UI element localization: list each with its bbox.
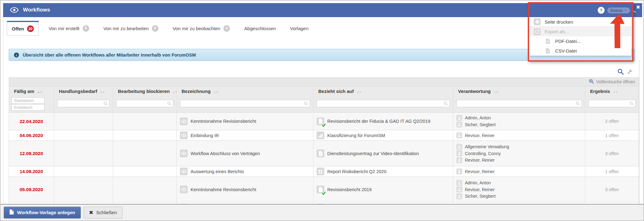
responsible-name: Admin, Anton [465, 180, 491, 185]
close-button[interactable]: ✖ Schließen [84, 207, 122, 219]
person-icon [456, 180, 462, 186]
footer-bar: Workflow-Vorlage anlegen ✖ Schließen [1, 204, 643, 220]
extras-button[interactable]: Extras▼ [607, 7, 630, 13]
magnifier-icon [103, 101, 108, 107]
table-row[interactable]: 22.04.2020Kenntnisnahme Revisionsbericht… [9, 113, 639, 130]
sort-icon[interactable]: ∧∨ [613, 90, 618, 94]
column-header-ergebnis[interactable]: Ergebnis∧∨ [585, 86, 639, 96]
svg-text:x: x [547, 50, 548, 53]
bearbeitung-cell [113, 166, 176, 177]
count-badge: 0 [83, 25, 89, 32]
tab-offen[interactable]: Offen20 [7, 21, 39, 36]
responsible-name: Controlling, Conny [465, 151, 501, 156]
bearbeitung-cell [113, 130, 176, 141]
eye-icon [180, 186, 188, 193]
bearbeitung-cell [113, 177, 176, 202]
sort-icon[interactable]: ∧∨ [100, 90, 105, 94]
responsible-name: Sicher, Siegbert [465, 122, 496, 127]
close-icon: ✖ [89, 210, 93, 215]
magnifier-icon [304, 101, 308, 107]
result-count: 3 offen [585, 141, 639, 166]
person-icon [456, 132, 462, 138]
menu-item-pdf-datei[interactable]: PDF-Datei... [529, 36, 631, 46]
document-icon [317, 186, 324, 193]
column-header-verantwortung[interactable]: Verantwortung∧∨ [453, 86, 585, 96]
magnifier-icon [167, 101, 171, 107]
result-count: 1 offen [585, 166, 639, 177]
pdf-file-icon [544, 38, 551, 45]
column-header-bezeichnung[interactable]: Bezeichnung∧∨ [176, 86, 313, 96]
column-header-bearbeitung-blockieren[interactable]: Bearbeitung blockieren∧∨ [113, 86, 176, 96]
ergebnis-filter-input[interactable] [588, 100, 636, 107]
responsible-name: Revisor, Reiner [465, 187, 495, 192]
sort-icon[interactable]: ∧∨ [494, 90, 499, 94]
handlungsbedarf-cell [54, 177, 113, 202]
zoom-search-icon [589, 79, 594, 85]
create-workflow-template-button[interactable]: Workflow-Vorlage anlegen [4, 207, 81, 219]
eye-icon [180, 131, 188, 139]
help-button[interactable]: ? [598, 7, 605, 14]
responsible-name: Sicher, Siegbert [465, 194, 496, 199]
due-date: 04.06.2020 [9, 130, 54, 141]
fulltext-search-link[interactable]: Volltextsuche öffnen [596, 79, 635, 84]
bezieht-sich-auf-filter-input[interactable] [317, 100, 450, 107]
report-icon [317, 168, 324, 175]
handlungsbedarf-filter-input[interactable] [57, 100, 110, 107]
wrench-icon[interactable] [626, 69, 633, 76]
eye-icon [180, 168, 188, 175]
person-icon [456, 144, 462, 150]
workflow-name: Workflow Abschluss von Verträgen [191, 151, 260, 156]
close-window-button[interactable]: ✖ [634, 4, 642, 11]
svg-text:§: § [319, 152, 321, 155]
table-row[interactable]: 04.06.2020Einbindung IRKlassifizierung f… [9, 130, 639, 141]
due-date: 12.08.2020 [9, 141, 54, 166]
title-bar: Workflows [3, 3, 642, 17]
open-count-badge: 20 [27, 25, 34, 32]
sort-icon[interactable]: ▲∨ [37, 90, 43, 94]
responsible-name: Allgemeine Verwaltung [465, 144, 509, 149]
tab-von-mir-erstellt[interactable]: Von mir erstellt0 [49, 25, 89, 32]
reference-name: Revisionsbericht 2019 [327, 187, 372, 192]
workflows-window: Workflows ? Extras▼ ✖ Offen20 Von mir er… [0, 0, 644, 221]
menu-item-seite-drucken[interactable]: Seite drucken [529, 17, 631, 27]
sort-icon[interactable]: ∧∨ [214, 90, 218, 94]
contract-icon: § [317, 150, 324, 157]
column-header-handlungsbedarf[interactable]: Handlungsbedarf∧∨ [54, 86, 113, 96]
verantwortung-filter-input[interactable] [456, 100, 582, 107]
person-icon [456, 122, 462, 127]
sort-icon[interactable]: ∧∨ [357, 90, 362, 94]
handlungsbedarf-cell [54, 141, 113, 166]
bezeichnung-filter-input[interactable] [180, 100, 310, 107]
table-row[interactable]: 05.09.2020Kenntnisnahme Revisionsbericht… [9, 177, 639, 202]
end-date-filter-input[interactable] [11, 104, 44, 111]
bearbeitung-filter-input[interactable] [116, 100, 173, 107]
printer-icon [534, 18, 541, 25]
person-icon [456, 150, 462, 156]
tab-von-mir-zu-bearbeiten[interactable]: Von mir zu bearbeiten0 [103, 25, 158, 32]
eye-icon [180, 150, 188, 157]
table-row[interactable]: 14.08.2020Auswertung eines BerichtsRepor… [9, 166, 639, 177]
tab-abgeschlossen[interactable]: Abgeschlossen [244, 26, 276, 31]
menu-item-csv-datei[interactable]: x CSV-Datei [529, 46, 631, 56]
page-title: Workflows [23, 7, 50, 13]
responsible-name: Admin, Anton [465, 115, 491, 120]
tab-vorlagen[interactable]: Vorlagen [290, 26, 308, 31]
sort-icon[interactable]: ∧∨ [173, 90, 177, 94]
search-icon[interactable] [617, 68, 624, 76]
result-count: 1 offen [585, 130, 639, 141]
column-header-bezieht-sich-auf[interactable]: Bezieht sich auf∧∨ [313, 86, 453, 96]
scrollbar[interactable] [639, 60, 639, 205]
table-row[interactable]: 12.08.2020Workflow Abschluss von Verträg… [9, 141, 639, 166]
person-icon [456, 186, 462, 192]
bearbeitung-cell [113, 113, 176, 130]
menu-item-export-als: Export als... [529, 27, 631, 36]
info-icon: i [14, 53, 19, 58]
column-header-faellig-am[interactable]: Fällig am▲∨ [9, 86, 54, 96]
document-icon [317, 117, 324, 125]
handlungsbedarf-cell [54, 166, 113, 177]
content-left-border [3, 17, 3, 205]
start-date-filter-input[interactable] [11, 97, 44, 104]
bearbeitung-cell [113, 141, 176, 166]
reference-name: Dienstleistungsvertrag zur Video-Identif… [327, 151, 419, 156]
tab-von-mir-zu-beobachten[interactable]: Von mir zu beobachten0 [173, 25, 230, 32]
